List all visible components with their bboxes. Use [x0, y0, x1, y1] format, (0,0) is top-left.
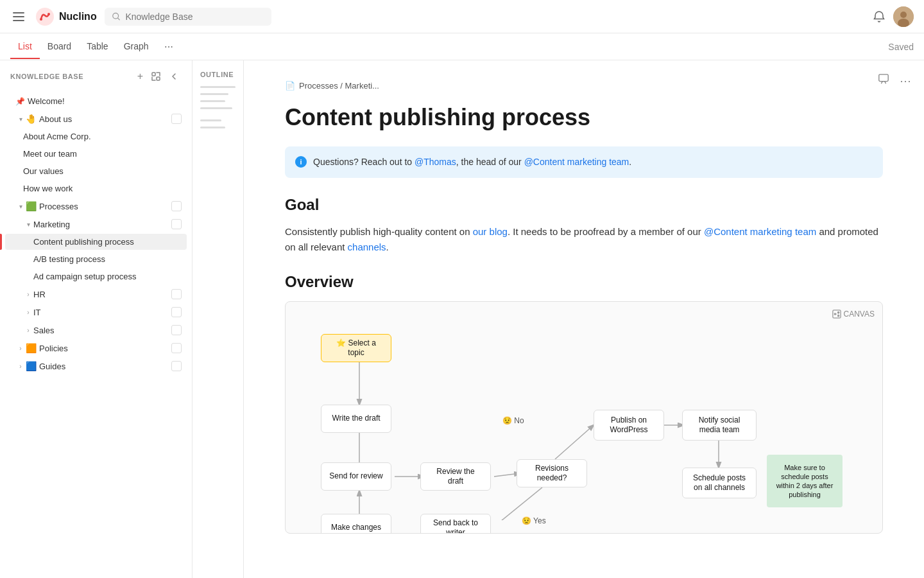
- info-text-prefix: Questions? Reach out to: [313, 157, 415, 167]
- item-checkbox[interactable]: [171, 201, 182, 211]
- mention-thomas[interactable]: @Thomas: [415, 157, 456, 167]
- sidebar-item-policies[interactable]: › 🟧 Policies: [5, 340, 187, 356]
- chevron-right-icon: ›: [23, 307, 33, 317]
- avatar[interactable]: [893, 6, 914, 27]
- channels-link[interactable]: channels: [348, 241, 386, 252]
- saved-label: Saved: [888, 42, 914, 52]
- breadcrumb: 📄 Processes / Marketi...: [285, 81, 883, 91]
- sidebar-item-it[interactable]: › IT: [5, 304, 187, 320]
- fc-node-notify: Notify social media team: [682, 410, 757, 441]
- fc-node-make-changes: Make changes: [321, 514, 391, 534]
- item-checkbox[interactable]: [171, 343, 182, 353]
- guides-emoji: 🟦: [26, 361, 37, 371]
- outline-line: [200, 127, 225, 128]
- item-checkbox[interactable]: [171, 361, 182, 371]
- more-options-button[interactable]: ⋯: [897, 71, 914, 91]
- tab-list[interactable]: List: [10, 35, 40, 59]
- info-text-suffix: .: [629, 157, 631, 167]
- sidebar-item-guides[interactable]: › 🟦 Guides: [5, 358, 187, 374]
- item-checkbox[interactable]: [171, 307, 182, 317]
- main-layout: KNOWLEDGE BASE + 📌 Welcome! ▾ 🤚 About us: [0, 60, 924, 578]
- outline-lines: [200, 86, 235, 128]
- pin-icon: 📌: [15, 97, 25, 106]
- sidebar-item-label: About Acme Corp.: [23, 132, 182, 141]
- collapse-sidebar-button[interactable]: [166, 69, 182, 84]
- sidebar-item-ad-campaign[interactable]: Ad campaign setup process: [5, 268, 187, 285]
- chevron-right-icon: ›: [23, 325, 33, 335]
- bell-icon[interactable]: [873, 10, 886, 23]
- fc-node-revisions: Revisions needed?: [517, 459, 587, 487]
- navbar: Nuclino: [0, 0, 924, 33]
- info-text: Questions? Reach out to @Thomas, the hea…: [313, 155, 631, 169]
- item-checkbox[interactable]: [171, 219, 182, 229]
- sidebar-item-marketing[interactable]: ▾ Marketing: [5, 216, 187, 232]
- page-title: Content publishing process: [285, 103, 883, 131]
- tab-graph[interactable]: Graph: [116, 35, 157, 59]
- fc-node-write-draft: Write the draft: [321, 405, 391, 433]
- svg-rect-7: [152, 73, 155, 76]
- sidebar-header: KNOWLEDGE BASE +: [0, 60, 192, 92]
- svg-point-12: [837, 311, 839, 314]
- sidebar-item-processes[interactable]: ▾ 🟩 Processes: [5, 198, 187, 215]
- svg-line-17: [494, 473, 520, 477]
- sidebar-item-label: Processes: [39, 202, 171, 211]
- fc-node-schedule: Schedule posts on all channels: [682, 468, 757, 498]
- logo-text: Nuclino: [59, 11, 97, 22]
- logo[interactable]: Nuclino: [35, 6, 97, 27]
- add-item-button[interactable]: +: [135, 68, 146, 85]
- mention-content-team[interactable]: @Content marketing team: [524, 157, 629, 167]
- svg-point-2: [47, 13, 50, 15]
- goal-text: Consistently publish high-quality conten…: [285, 224, 883, 255]
- sidebar-item-hr[interactable]: › HR: [5, 286, 187, 302]
- sidebar-item-ab-testing[interactable]: A/B testing process: [5, 251, 187, 267]
- fc-label-no: 😟 No: [502, 416, 524, 425]
- svg-point-0: [36, 8, 54, 26]
- search-icon: [112, 12, 121, 21]
- processes-emoji: 🟩: [26, 201, 37, 211]
- flowchart: ⭐ Select a topic Write the draft Send fo…: [298, 315, 869, 520]
- fc-node-review-draft: Review the draft: [420, 462, 491, 491]
- content-team-link[interactable]: @Content marketing team: [704, 226, 816, 237]
- document: ⋯ 📄 Processes / Marketi... Content publi…: [244, 60, 924, 578]
- sidebar-item-label: A/B testing process: [33, 254, 182, 264]
- canvas-container: CANVAS: [285, 301, 883, 534]
- comment-button[interactable]: [875, 71, 892, 91]
- breadcrumb-doc-icon: 📄: [285, 81, 295, 91]
- info-box: i Questions? Reach out to @Thomas, the h…: [285, 146, 883, 178]
- fc-node-select-topic: ⭐ Select a topic: [321, 334, 391, 362]
- svg-rect-9: [879, 74, 888, 82]
- sidebar-item-our-values[interactable]: Our values: [5, 163, 187, 179]
- outline-line: [200, 86, 235, 88]
- item-checkbox[interactable]: [171, 289, 182, 299]
- outline-panel: OUTLINE: [193, 60, 244, 578]
- fc-label-yes: 😟 Yes: [522, 516, 546, 525]
- search-input[interactable]: [125, 12, 263, 22]
- menu-icon[interactable]: [10, 10, 27, 24]
- outline-line: [200, 107, 232, 109]
- chevron-down-icon: ▾: [15, 114, 26, 124]
- svg-point-5: [900, 12, 907, 18]
- item-checkbox[interactable]: [171, 325, 182, 335]
- tab-more-icon[interactable]: ⋯: [159, 37, 178, 57]
- sidebar-item-sales[interactable]: › Sales: [5, 322, 187, 338]
- tab-table[interactable]: Table: [79, 35, 116, 59]
- expand-button[interactable]: [148, 69, 164, 84]
- item-checkbox[interactable]: [171, 114, 182, 124]
- sidebar: KNOWLEDGE BASE + 📌 Welcome! ▾ 🤚 About us: [0, 60, 193, 578]
- sidebar-item-label: Meet our team: [23, 149, 182, 159]
- chevron-down-icon: ▾: [23, 219, 33, 229]
- sidebar-item-how-we-work[interactable]: How we work: [5, 180, 187, 197]
- sidebar-item-content-publishing[interactable]: Content publishing process: [5, 234, 187, 250]
- sidebar-item-about-acme[interactable]: About Acme Corp.: [5, 128, 187, 144]
- outline-line: [200, 93, 228, 95]
- sidebar-item-welcome[interactable]: 📌 Welcome!: [5, 93, 187, 109]
- search-bar[interactable]: [105, 8, 271, 26]
- our-blog-link[interactable]: our blog: [473, 226, 508, 237]
- policies-emoji: 🟧: [26, 343, 37, 353]
- doc-toolbar: ⋯: [875, 71, 914, 91]
- tab-board[interactable]: Board: [40, 35, 79, 59]
- chevron-right-icon: ›: [23, 289, 33, 299]
- sidebar-item-meet-team[interactable]: Meet our team: [5, 146, 187, 162]
- svg-point-3: [112, 13, 118, 19]
- sidebar-item-about-us[interactable]: ▾ 🤚 About us: [5, 110, 187, 127]
